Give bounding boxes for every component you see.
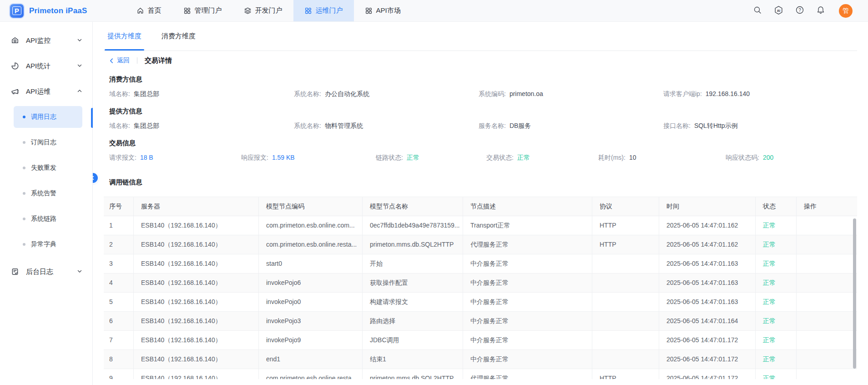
detail-sections: 消费方信息域名称:集团总部系统名称:办公自动化系统系统编码:primeton.o… [104,75,857,163]
cell-server: ESB140（192.168.16.140） [134,369,259,379]
sidebar-item-api-ops[interactable]: API运维 [0,79,92,104]
sidebar-subitem-exception-dict[interactable]: 异常字典 [14,233,82,255]
field: 链路状态:正常 [376,154,486,162]
sidebar-subitem-label: 调用日志 [31,113,56,121]
sidebar-subitem-label: 订阅日志 [31,138,56,147]
cell-node-desc: 中介服务正常 [463,293,592,311]
cell-time: 2025-06-05 14:47:01.163 [659,293,756,311]
tab-consumer-dimension[interactable]: 消费方维度 [161,22,196,51]
table-header-row: 序号服务器模型节点编码模型节点名称节点描述协议时间状态操作 [104,197,857,216]
cell-action [797,331,857,350]
cell-server: ESB140（192.168.16.140） [134,274,259,292]
dimension-tabs: 提供方维度消费方维度 [104,22,857,51]
divider [137,57,137,64]
svg-text:?: ? [798,8,801,13]
field-label: 响应报文: [241,154,268,161]
field-value[interactable]: 18 B [140,154,153,161]
brand-name: Primeton iPaaS [29,6,87,15]
help-icon[interactable]: ? [795,5,804,16]
sidebar-item-label: API运维 [26,87,77,96]
sidebar-subitem-subscribe-log[interactable]: 订阅日志 [14,132,82,153]
sidebar-subitem-label: 系统告警 [31,189,56,198]
user-avatar[interactable]: 管 [839,4,853,18]
cell-node-code: start0 [259,254,363,273]
sidebar-subitem-label: 失败重发 [31,164,56,172]
field-label: 域名称: [109,122,130,129]
cell-time: 2025-06-05 14:47:01.163 [659,254,756,273]
sidebar-subitem-label: 系统链路 [31,215,56,223]
section-fields: 域名称:集团总部系统名称:办公自动化系统系统编码:primeton.oa请求客户… [109,89,857,99]
field-label: 系统名称: [294,90,321,97]
cell-node-desc: Transport正常 [463,216,592,235]
cell-protocol: HTTP [592,216,659,235]
field-label: 请求客户端ip: [663,90,702,97]
cell-index: 5 [104,293,134,311]
sidebar-subitem-fail-resend[interactable]: 失败重发 [14,157,82,179]
cell-action [797,312,857,330]
cell-action [797,274,857,292]
cell-node-name: primeton.mms.db.SQL2HTTP [363,235,463,254]
field-label: 服务名称: [479,122,506,129]
field: 交易状态:正常 [486,154,598,162]
bullet-dot-icon [23,167,25,169]
grid-icon [304,7,312,15]
cell-status: 正常 [756,350,797,369]
field-value[interactable]: 1.59 KB [272,154,295,161]
bell-icon[interactable] [816,5,825,16]
table-row: 2ESB140（192.168.16.140）com.primeton.esb.… [104,235,857,254]
cell-time: 2025-06-05 14:47:01.162 [659,216,756,235]
table-row: 9ESB140（192.168.16.140）com.primeton.esb.… [104,369,857,379]
page-title: 交易详情 [145,56,172,65]
cell-node-code: invokePojo3 [259,312,363,330]
tab-label: 提供方维度 [107,32,141,41]
field: 域名称:集团总部 [109,90,294,98]
field: 服务名称:DB服务 [479,122,663,130]
sidebar-item-api-monitor[interactable]: API监控 [0,28,92,53]
top-nav-label: 管理门户 [195,6,222,15]
top-nav-dev-portal[interactable]: 开发门户 [233,0,293,21]
cell-protocol: HTTP [592,369,659,379]
cell-action [797,350,857,369]
cell-server: ESB140（192.168.16.140） [134,235,259,254]
ai-icon[interactable]: AI [774,5,783,16]
sidebar: API监控API统计API运维调用日志订阅日志失败重发系统告警系统链路异常字典后… [0,22,93,385]
table-header: 序号服务器模型节点编码模型节点名称节点描述协议时间状态操作 [104,197,857,216]
cell-action [797,216,857,235]
table-scrollbar-thumb[interactable] [853,218,856,369]
cell-status: 正常 [756,274,797,292]
cell-index: 1 [104,216,134,235]
app-logo-letter: P [12,6,21,15]
tab-provider-dimension[interactable]: 提供方维度 [107,22,141,51]
cell-node-code: end1 [259,350,363,369]
cell-protocol [592,274,659,292]
cell-server: ESB140（192.168.16.140） [134,331,259,350]
sidebar-subitem-system-alert[interactable]: 系统告警 [14,182,82,204]
search-icon[interactable] [753,5,762,16]
top-nav-ops-portal[interactable]: 运维门户 [293,0,354,21]
section-fields: 域名称:集团总部系统名称:物料管理系统服务名称:DB服务接口名称:SQL转Htt… [109,121,857,131]
field-label: 系统名称: [294,122,321,129]
column-header-index: 序号 [104,197,134,216]
app-shell: API监控API统计API运维调用日志订阅日志失败重发系统告警系统链路异常字典后… [0,22,868,385]
cell-server: ESB140（192.168.16.140） [134,312,259,330]
sidebar-subitem-system-link[interactable]: 系统链路 [14,208,82,230]
sidebar-subitem-call-log[interactable]: 调用日志 [14,106,82,128]
cell-server: ESB140（192.168.16.140） [134,350,259,369]
cell-index: 9 [104,369,134,379]
chevron-down-icon [77,268,82,274]
top-nav-home[interactable]: 首页 [126,0,172,21]
top-nav-api-market[interactable]: API市场 [354,0,412,21]
table-row: 6ESB140（192.168.16.140）invokePojo3路由选择中介… [104,312,857,331]
sidebar-item-backend-log[interactable]: 后台日志 [0,259,92,284]
back-button[interactable]: 返回 [109,56,130,65]
cell-index: 2 [104,235,134,254]
bullet-dot-icon [23,116,25,118]
top-nav-admin-portal[interactable]: 管理门户 [172,0,233,21]
cell-node-code: invokePojo0 [259,293,363,311]
sidebar-collapse-button[interactable] [93,173,98,183]
cell-node-desc: 中介服务正常 [463,350,592,369]
bullet-dot-icon [23,141,25,144]
sidebar-item-api-stats[interactable]: API统计 [0,53,92,79]
column-header-node-name: 模型节点名称 [363,197,463,216]
monitor-icon [11,36,19,45]
